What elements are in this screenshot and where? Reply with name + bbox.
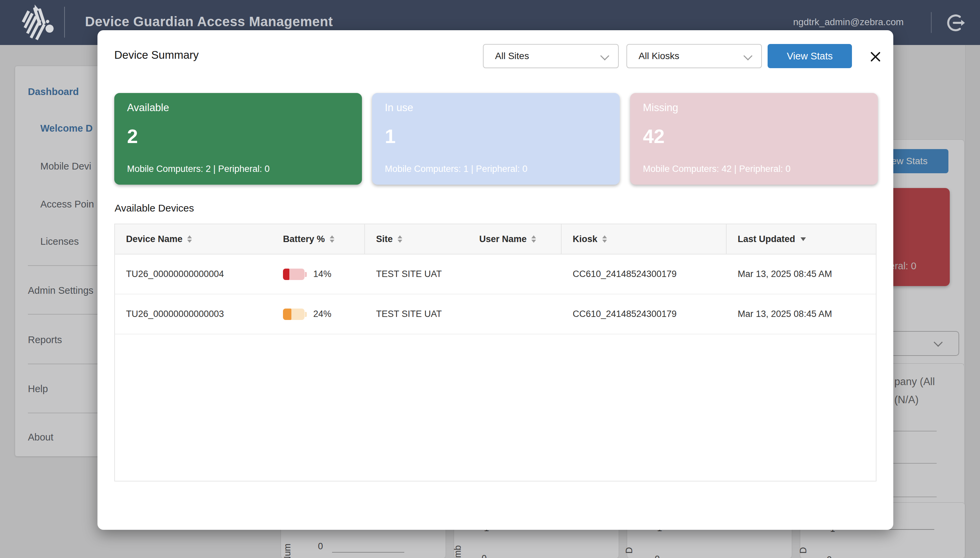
screen: Dashboard Welcome D Mobile Devi Access P… bbox=[0, 0, 980, 558]
cell-kiosk: CC610_24148524300179 bbox=[562, 294, 726, 334]
table-header-row: Device Name Battery % Site User Name Kio… bbox=[115, 224, 876, 254]
battery-icon bbox=[283, 269, 305, 280]
battery-percent: 14% bbox=[313, 269, 331, 279]
battery-percent: 24% bbox=[313, 309, 331, 319]
cell-device-name: TU26_00000000000004 bbox=[115, 254, 272, 294]
card-count: 1 bbox=[385, 125, 395, 148]
chevron-down-icon bbox=[743, 51, 753, 61]
app-title: Device Guardian Access Management bbox=[85, 14, 333, 29]
column-label: Battery % bbox=[283, 234, 325, 245]
cell-site: TEST SITE UAT bbox=[365, 294, 468, 334]
column-label: Device Name bbox=[126, 234, 183, 245]
battery-icon bbox=[283, 309, 305, 320]
kiosk-filter-select[interactable]: All Kiosks bbox=[626, 44, 762, 68]
card-detail: Mobile Computers: 1 | Peripheral: 0 bbox=[385, 164, 527, 174]
cell-user-name bbox=[468, 294, 562, 334]
cell-user-name bbox=[468, 254, 562, 294]
column-header-kiosk[interactable]: Kiosk bbox=[562, 224, 726, 254]
logout-icon[interactable] bbox=[945, 13, 965, 33]
device-summary-modal: Device Summary All Sites All Kiosks View… bbox=[97, 30, 893, 530]
sort-icon bbox=[398, 235, 402, 243]
user-email: ngdtrk_admin@zebra.com bbox=[793, 17, 904, 28]
card-detail: Mobile Computers: 42 | Peripheral: 0 bbox=[643, 164, 791, 174]
available-devices-heading: Available Devices bbox=[115, 202, 194, 214]
cell-battery: 14% bbox=[272, 254, 365, 294]
column-header-battery[interactable]: Battery % bbox=[272, 224, 365, 254]
cell-device-name: TU26_00000000000003 bbox=[115, 294, 272, 334]
card-label: Missing bbox=[643, 102, 678, 114]
cell-last-updated: Mar 13, 2025 08:45 AM bbox=[726, 254, 876, 294]
in-use-card[interactable]: In use 1 Mobile Computers: 1 | Periphera… bbox=[372, 93, 620, 185]
column-label: Site bbox=[376, 234, 393, 245]
zebra-logo bbox=[18, 4, 56, 41]
column-header-site[interactable]: Site bbox=[365, 224, 468, 254]
column-label: Last Updated bbox=[738, 234, 795, 245]
view-stats-button[interactable]: View Stats bbox=[768, 44, 852, 68]
sort-icon bbox=[330, 235, 334, 243]
column-header-device-name[interactable]: Device Name bbox=[115, 224, 272, 254]
card-label: In use bbox=[385, 102, 413, 114]
modal-title: Device Summary bbox=[114, 49, 199, 61]
cell-kiosk: CC610_24148524300179 bbox=[562, 254, 726, 294]
kiosk-filter-value: All Kiosks bbox=[639, 51, 679, 61]
column-label: Kiosk bbox=[573, 234, 598, 245]
header-divider bbox=[931, 12, 932, 33]
sort-icon bbox=[531, 235, 536, 243]
table-row[interactable]: TU26_00000000000004 14% TEST SITE UAT CC… bbox=[115, 254, 876, 294]
sort-desc-icon bbox=[800, 237, 806, 241]
card-count: 42 bbox=[643, 125, 665, 148]
cell-last-updated: Mar 13, 2025 08:45 AM bbox=[726, 294, 876, 334]
close-icon[interactable] bbox=[866, 48, 884, 66]
card-detail: Mobile Computers: 2 | Peripheral: 0 bbox=[127, 164, 270, 174]
column-label: User Name bbox=[479, 234, 527, 245]
cell-site: TEST SITE UAT bbox=[365, 254, 468, 294]
card-count: 2 bbox=[127, 125, 138, 148]
column-header-last-updated[interactable]: Last Updated bbox=[726, 224, 876, 254]
available-card[interactable]: Available 2 Mobile Computers: 2 | Periph… bbox=[114, 93, 362, 185]
site-filter-select[interactable]: All Sites bbox=[483, 44, 619, 68]
table-row[interactable]: TU26_00000000000003 24% TEST SITE UAT CC… bbox=[115, 294, 876, 335]
missing-card[interactable]: Missing 42 Mobile Computers: 42 | Periph… bbox=[630, 93, 878, 185]
cell-battery: 24% bbox=[272, 294, 365, 334]
column-header-user-name[interactable]: User Name bbox=[468, 224, 562, 254]
header-divider bbox=[64, 7, 65, 38]
sort-icon bbox=[187, 235, 192, 243]
chevron-down-icon bbox=[600, 51, 609, 61]
sort-icon bbox=[602, 235, 607, 243]
available-devices-table: Device Name Battery % Site User Name Kio… bbox=[114, 223, 876, 481]
card-label: Available bbox=[127, 102, 169, 114]
site-filter-value: All Sites bbox=[495, 51, 529, 61]
